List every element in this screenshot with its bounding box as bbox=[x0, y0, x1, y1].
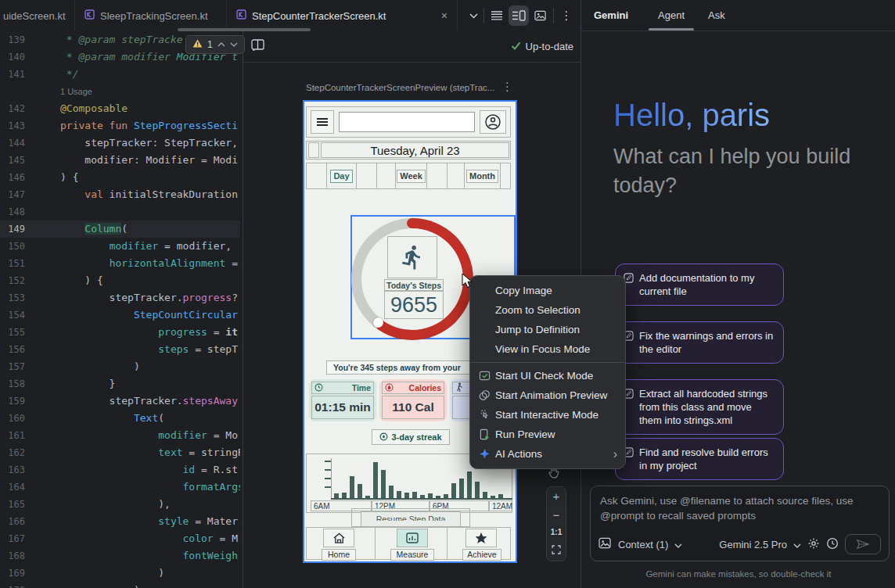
context-selector[interactable]: Context (1) bbox=[618, 539, 668, 550]
inspection-widget[interactable]: 1 bbox=[185, 35, 245, 54]
home-icon[interactable] bbox=[323, 529, 354, 547]
close-icon[interactable]: × bbox=[441, 10, 447, 21]
menu-item-start-interactive-mode[interactable]: Start Interactive Mode bbox=[470, 405, 625, 425]
gemini-prompt-input[interactable]: Ask Gemini, use @filename to attach sour… bbox=[590, 486, 890, 561]
tab-day[interactable]: Day bbox=[327, 163, 357, 188]
code-line[interactable]: 148 bbox=[0, 203, 240, 220]
search-input[interactable] bbox=[339, 112, 475, 132]
preview-layout-icon[interactable] bbox=[251, 39, 264, 55]
menu-item-start-ui-check-mode[interactable]: Start UI Check Mode bbox=[470, 366, 625, 385]
build-status-label: Up-to-date bbox=[526, 41, 573, 52]
zoom-ratio-button[interactable]: 1:1 bbox=[551, 528, 562, 536]
tab-month[interactable]: Month bbox=[465, 163, 501, 188]
suggestion-card[interactable]: Find and resolve build errors in my proj… bbox=[615, 438, 784, 480]
line-number bbox=[0, 83, 25, 100]
menu-item-label: Jump to Definition bbox=[495, 324, 617, 335]
code-line[interactable]: 145 modifier: Modifier = Modi bbox=[0, 152, 240, 169]
line-number: 169 bbox=[0, 565, 25, 582]
menu-item-jump-to-definition[interactable]: Jump to Definition bbox=[470, 320, 625, 339]
menu-item-copy-image[interactable]: Copy Image bbox=[470, 281, 625, 300]
code-line[interactable]: 168 fontWeigh bbox=[0, 547, 240, 565]
code-line[interactable]: 158 } bbox=[0, 375, 240, 393]
code-line[interactable]: 162 text = stringR bbox=[0, 444, 240, 461]
chart-bar bbox=[475, 482, 480, 498]
code-editor[interactable]: 139 * @param stepTracke140 * @param modi… bbox=[0, 31, 240, 588]
zoom-out-icon[interactable]: − bbox=[553, 509, 560, 521]
suggestion-card[interactable]: Fix the warnings and errors in the edito… bbox=[615, 321, 784, 364]
nav-label-measure[interactable]: Measure bbox=[390, 549, 434, 561]
code-line[interactable]: 156 steps = stepT bbox=[0, 341, 240, 358]
code-line[interactable]: 143private fun StepProgressSecti bbox=[0, 117, 240, 134]
gear-icon[interactable] bbox=[807, 537, 820, 552]
nav-label-achieve[interactable]: Achieve bbox=[462, 549, 501, 561]
hamburger-menu-icon[interactable] bbox=[311, 110, 334, 134]
zoom-in-icon[interactable]: + bbox=[553, 490, 560, 502]
zoom-fit-icon[interactable] bbox=[552, 543, 561, 558]
tab-ask[interactable]: Ask bbox=[708, 0, 725, 31]
code-line[interactable]: 157 ) bbox=[0, 358, 240, 375]
tab-stepcountertrackerscreen[interactable]: StepCounterTrackerScreen.kt × bbox=[227, 0, 458, 31]
chart-bar bbox=[467, 471, 472, 498]
code-line[interactable]: 153 stepTracker.progress? bbox=[0, 289, 240, 307]
tab-week[interactable]: Week bbox=[396, 163, 427, 188]
code-line[interactable]: 165 ), bbox=[0, 496, 240, 513]
chart-bar bbox=[342, 493, 347, 498]
menu-item-ai-actions[interactable]: AI Actions› bbox=[470, 444, 625, 464]
suggestion-card[interactable]: Add documentation to my current file bbox=[615, 264, 784, 306]
code-line[interactable]: 169 ) bbox=[0, 565, 240, 582]
code-line[interactable]: 166 style = Mater bbox=[0, 513, 240, 530]
code-line[interactable]: 144 stepTracker: StepTracker, bbox=[0, 134, 240, 152]
code-line[interactable]: 155 progress = it bbox=[0, 324, 240, 341]
preview-kebab-icon[interactable]: ⋮ bbox=[501, 80, 513, 94]
code-text: ) { bbox=[25, 169, 78, 186]
code-text: modifier = Mo bbox=[25, 427, 238, 444]
code-line[interactable]: 142@Composable bbox=[0, 100, 240, 117]
chevron-down-icon[interactable] bbox=[793, 539, 801, 550]
tab-list-chevron-icon[interactable] bbox=[463, 5, 483, 26]
code-line[interactable]: 161 modifier = Mo bbox=[0, 427, 240, 444]
line-number: 150 bbox=[0, 238, 25, 255]
code-line[interactable]: 159 stepTracker.stepsAway bbox=[0, 393, 240, 410]
attach-image-icon[interactable] bbox=[598, 537, 612, 551]
menu-item-start-animation-preview[interactable]: Start Animation Preview bbox=[470, 385, 625, 405]
design-view-icon[interactable] bbox=[530, 5, 551, 26]
suggestion-card[interactable]: Extract all hardcoded strings from this … bbox=[615, 379, 784, 435]
line-number: 170 bbox=[0, 582, 25, 588]
tab-scrollbar-thumb[interactable] bbox=[178, 28, 311, 31]
achieve-star-icon[interactable] bbox=[465, 529, 497, 547]
history-clock-icon[interactable] bbox=[826, 537, 839, 552]
code-line[interactable]: 151 horizontalAlignment = bbox=[0, 255, 240, 272]
split-view-icon[interactable] bbox=[509, 5, 529, 26]
model-selector[interactable]: Gemini 2.5 Pro bbox=[719, 539, 787, 550]
clipped-button-label: Resume Step Data bbox=[367, 514, 455, 521]
tab-sleeptrackingscreen[interactable]: SleepTrackingScreen.kt bbox=[75, 0, 227, 31]
next-warning-icon[interactable] bbox=[230, 42, 238, 47]
code-line[interactable]: 1 Usage bbox=[0, 83, 240, 100]
code-line[interactable]: 170 ) bbox=[0, 582, 240, 588]
code-line[interactable]: 154 StepCountCircular bbox=[0, 307, 240, 324]
code-view-icon[interactable] bbox=[487, 5, 507, 26]
code-line[interactable]: 146) { bbox=[0, 169, 240, 186]
chevron-down-icon[interactable] bbox=[674, 539, 682, 550]
previous-warning-icon[interactable] bbox=[217, 42, 225, 47]
menu-item-zoom-to-selection[interactable]: Zoom to Selection bbox=[470, 300, 625, 320]
more-options-kebab-icon[interactable]: ⋮ bbox=[556, 5, 577, 26]
code-line[interactable]: 152 ) { bbox=[0, 272, 240, 289]
tab-agent[interactable]: Agent bbox=[658, 0, 685, 31]
kotlin-icon bbox=[84, 9, 95, 22]
menu-item-run-preview[interactable]: Run Preview bbox=[470, 425, 625, 444]
code-line[interactable]: 147 val initialStreakDuration bbox=[0, 186, 240, 203]
tab-guidescreen[interactable]: uideScreen.kt bbox=[0, 0, 75, 31]
nav-label-home[interactable]: Home bbox=[322, 549, 356, 561]
account-icon[interactable] bbox=[480, 110, 506, 134]
code-line[interactable]: 149 Column( bbox=[0, 220, 240, 238]
code-line[interactable]: 164 formatArgs bbox=[0, 479, 240, 496]
measure-icon[interactable] bbox=[397, 529, 428, 547]
code-line[interactable]: 150 modifier = modifier, bbox=[0, 238, 240, 255]
code-line[interactable]: 160 Text( bbox=[0, 410, 240, 427]
send-button[interactable] bbox=[845, 534, 881, 554]
code-line[interactable]: 141 */ bbox=[0, 66, 240, 83]
code-line[interactable]: 167 color = M bbox=[0, 530, 240, 547]
code-line[interactable]: 163 id = R.st bbox=[0, 461, 240, 479]
menu-item-view-in-focus-mode[interactable]: View in Focus Mode bbox=[470, 339, 625, 359]
